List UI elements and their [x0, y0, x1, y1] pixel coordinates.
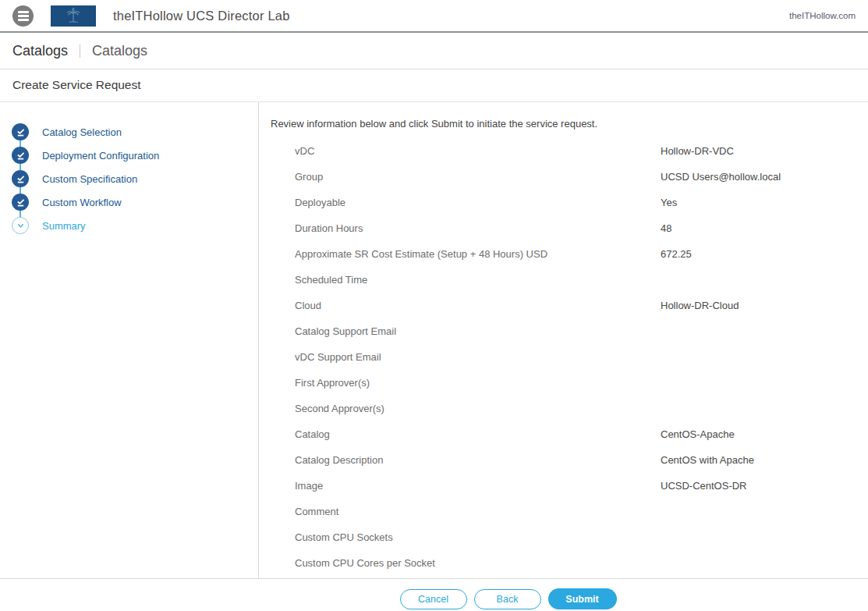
row-label: vDC Support Email — [295, 351, 661, 363]
step-label: Deployment Configuration — [42, 150, 159, 162]
step-custom-workflow[interactable]: Custom Workflow — [12, 190, 258, 214]
summary-row-cloud: CloudHollow-DR-Cloud — [295, 293, 868, 318]
review-instruction: Review information below and click Submi… — [271, 118, 868, 130]
top-header: theITHollow UCS Director Lab theITHollow… — [0, 0, 868, 33]
breadcrumb: Catalogs Catalogs — [0, 33, 868, 69]
row-label: vDC — [295, 145, 661, 157]
summary-row-custom-cpu-cores: Custom CPU Cores per Socket — [295, 550, 868, 576]
summary-row-first-approvers: First Approver(s) — [295, 370, 868, 396]
row-label: Scheduled Time — [295, 274, 661, 286]
row-label: Custom CPU Cores per Socket — [295, 557, 661, 569]
palmetto-tree-logo-icon — [51, 5, 96, 27]
row-value: CentOS-Apache — [661, 428, 868, 440]
row-label: Group — [295, 171, 661, 183]
step-catalog-selection[interactable]: Catalog Selection — [12, 120, 258, 144]
step-label: Custom Specification — [42, 173, 137, 185]
check-underline-icon — [12, 123, 29, 140]
action-button-group: Cancel Back Submit — [400, 588, 617, 609]
step-deployment-configuration[interactable]: Deployment Configuration — [12, 144, 258, 167]
row-label: Deployable — [295, 197, 661, 208]
row-label: Comment — [295, 506, 661, 517]
check-underline-icon — [12, 194, 29, 211]
row-label: Catalog — [295, 428, 661, 440]
submit-button[interactable]: Submit — [548, 588, 617, 609]
row-value: UCSD-CentOS-DR — [661, 480, 868, 492]
row-value: Yes — [661, 197, 868, 208]
row-label: First Approver(s) — [295, 377, 661, 389]
row-label: Catalog Description — [295, 454, 661, 466]
row-value: CentOS with Apache — [661, 454, 868, 466]
row-value: Hollow-DR-VDC — [661, 145, 868, 157]
summary-row-group: GroupUCSD Users@hollow.local — [295, 164, 868, 190]
summary-row-second-approvers: Second Approver(s) — [295, 396, 868, 421]
check-underline-icon — [12, 170, 29, 187]
row-value: Hollow-DR-Cloud — [661, 300, 868, 311]
step-summary[interactable]: Summary — [12, 214, 258, 237]
summary-panel: Review information below and click Submi… — [259, 102, 868, 578]
row-value: 48 — [661, 222, 868, 234]
row-label: Custom CPU Sockets — [295, 531, 661, 543]
action-bar: Cancel Back Submit — [0, 578, 868, 611]
breadcrumb-item-catalogs[interactable]: Catalogs — [12, 43, 68, 59]
row-label: Cloud — [295, 300, 661, 311]
step-label: Summary — [42, 220, 86, 232]
step-label: Catalog Selection — [42, 126, 122, 138]
row-label: Second Approver(s) — [295, 403, 661, 414]
wizard-content: Catalog Selection Deployment Configurati… — [0, 102, 868, 578]
breadcrumb-subitem-catalogs[interactable]: Catalogs — [92, 43, 147, 59]
summary-row-vdc: vDCHollow-DR-VDC — [295, 138, 868, 164]
row-label: Approximate SR Cost Estimate (Setup + 48… — [295, 248, 661, 260]
summary-row-cost-estimate: Approximate SR Cost Estimate (Setup + 48… — [295, 241, 868, 267]
summary-row-custom-cpu-sockets: Custom CPU Sockets — [295, 524, 868, 550]
row-label: Duration Hours — [295, 222, 661, 234]
summary-row-vdc-support-email: vDC Support Email — [295, 344, 868, 370]
step-custom-specification[interactable]: Custom Specification — [12, 167, 258, 190]
summary-row-scheduled-time: Scheduled Time — [295, 267, 868, 293]
step-label: Custom Workflow — [42, 197, 122, 208]
page-title: Create Service Request — [12, 78, 856, 92]
summary-row-catalog-description: Catalog DescriptionCentOS with Apache — [295, 447, 868, 473]
row-value: 672.25 — [661, 248, 868, 260]
row-label: Image — [295, 480, 661, 492]
breadcrumb-separator — [80, 44, 80, 58]
hamburger-menu-icon[interactable] — [12, 5, 34, 27]
header-domain-text: theITHollow.com — [789, 11, 856, 20]
summary-row-catalog-support-email: Catalog Support Email — [295, 318, 868, 344]
summary-rows: vDCHollow-DR-VDC GroupUCSD Users@hollow.… — [271, 138, 868, 576]
page-title-bar: Create Service Request — [0, 69, 868, 102]
back-button[interactable]: Back — [474, 589, 541, 609]
row-value: UCSD Users@hollow.local — [661, 171, 868, 183]
row-label: Catalog Support Email — [295, 325, 661, 337]
wizard-steps-panel: Catalog Selection Deployment Configurati… — [0, 102, 259, 578]
app-title: theITHollow UCS Director Lab — [113, 9, 290, 23]
summary-row-catalog: CatalogCentOS-Apache — [295, 421, 868, 447]
summary-row-comment: Comment — [295, 499, 868, 524]
summary-row-image: ImageUCSD-CentOS-DR — [295, 473, 868, 499]
app-window: theITHollow UCS Director Lab theITHollow… — [0, 0, 868, 611]
chevron-down-icon — [12, 217, 29, 234]
summary-row-deployable: DeployableYes — [295, 190, 868, 215]
cancel-button[interactable]: Cancel — [400, 589, 467, 609]
check-underline-icon — [12, 147, 29, 164]
summary-row-duration-hours: Duration Hours48 — [295, 215, 868, 241]
